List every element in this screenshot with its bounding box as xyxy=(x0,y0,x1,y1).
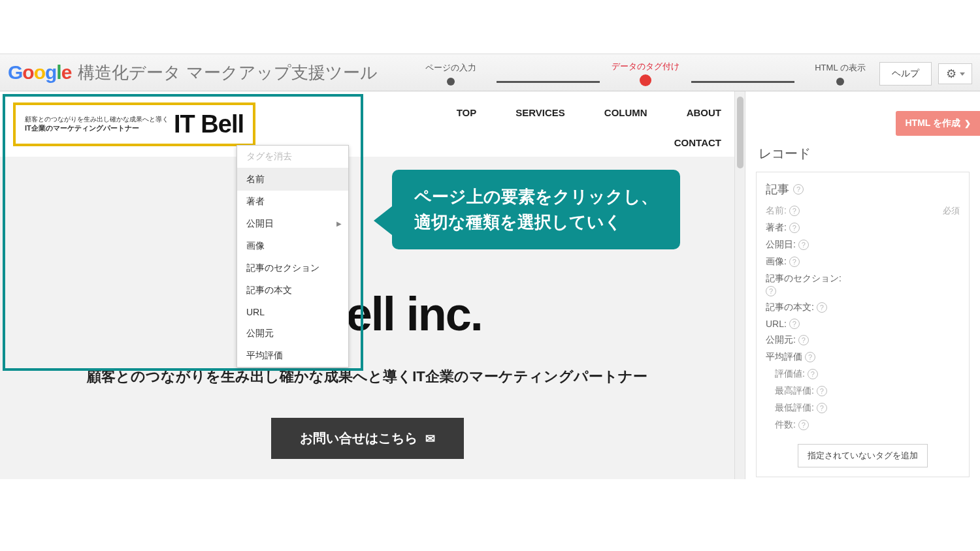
menu-item-rating[interactable]: 平均評価 xyxy=(237,345,348,367)
mail-icon xyxy=(425,431,435,446)
hero: IT B•ell inc. 顧客とのつながりを生み出し確かな成果へと導くIT企業… xyxy=(0,287,734,459)
field-section-help[interactable]: ? xyxy=(766,286,960,296)
field-name[interactable]: 名前:?必須 xyxy=(766,205,960,217)
help-icon[interactable]: ? xyxy=(789,206,800,216)
field-rating[interactable]: 平均評価 ? xyxy=(766,351,960,363)
help-icon[interactable]: ? xyxy=(798,420,809,430)
menu-item-url[interactable]: URL xyxy=(237,302,348,323)
page-preview[interactable]: 顧客とのつながりを生み出し確かな成果へと導く IT企業のマーケティングパートナー… xyxy=(0,91,734,479)
tool-title: 構造化データ マークアップ支援ツール xyxy=(78,61,377,84)
field-publisher[interactable]: 公開元:? xyxy=(766,334,960,346)
step-input[interactable]: ページの入力 xyxy=(405,62,497,86)
nav-column[interactable]: COLUMN xyxy=(604,107,647,118)
nav-contact[interactable]: CONTACT xyxy=(674,137,721,148)
help-icon[interactable]: ? xyxy=(789,257,800,267)
site-header: 顧客とのつながりを生み出し確かな成果へと導く IT企業のマーケティングパートナー… xyxy=(0,91,734,157)
step-dot-icon xyxy=(836,78,844,86)
field-rating-count[interactable]: 件数:? xyxy=(766,419,960,431)
help-icon[interactable]: ? xyxy=(798,240,809,250)
help-icon[interactable]: ? xyxy=(817,403,827,413)
nav-about[interactable]: ABOUT xyxy=(687,107,721,118)
site-nav: TOP SERVICES COLUMN ABOUT xyxy=(457,107,721,118)
help-icon[interactable]: ? xyxy=(766,286,776,296)
chevron-right-icon: ▶ xyxy=(336,220,342,227)
chevron-right-icon: ❯ xyxy=(964,119,971,128)
field-author[interactable]: 著者:? xyxy=(766,222,960,234)
logo-text: IT Bell xyxy=(174,110,244,138)
help-button[interactable]: ヘルプ xyxy=(879,62,932,86)
help-icon[interactable]: ? xyxy=(793,184,804,195)
menu-item-image[interactable]: 画像 xyxy=(237,235,348,257)
menu-item-body[interactable]: 記事の本文 xyxy=(237,279,348,302)
settings-button[interactable] xyxy=(938,63,972,84)
help-icon[interactable]: ? xyxy=(805,352,815,362)
hero-subtitle: 顧客とのつながりを生み出し確かな成果へと導くIT企業のマーケティングパートナー xyxy=(0,367,734,386)
logo-tagline: 顧客とのつながりを生み出し確かな成果へと導く IT企業のマーケティングパートナー xyxy=(25,115,169,133)
field-rating-worst[interactable]: 最低評価:? xyxy=(766,402,960,414)
instruction-callout: ページ上の要素をクリックし、 適切な種類を選択していく xyxy=(392,170,680,249)
contact-cta-button[interactable]: お問い合せはこちら xyxy=(271,418,464,459)
nav-services[interactable]: SERVICES xyxy=(515,107,565,118)
field-rating-value[interactable]: 評価値:? xyxy=(766,368,960,380)
field-pubdate[interactable]: 公開日:? xyxy=(766,239,960,251)
record-head: 記事 ? xyxy=(766,181,960,197)
step-html[interactable]: HTML の表示 xyxy=(794,62,886,86)
google-logo: Google xyxy=(8,61,71,84)
gear-icon xyxy=(945,68,957,80)
menu-item-name[interactable]: 名前 xyxy=(237,168,348,191)
menu-item-author[interactable]: 著者 xyxy=(237,191,348,213)
menu-clear-tag: タグを消去 xyxy=(237,146,348,168)
app-topbar: Google 構造化データ マークアップ支援ツール ページの入力 データのタグ付… xyxy=(0,54,980,91)
help-icon[interactable]: ? xyxy=(798,335,809,345)
record-panel: 記事 ? 名前:?必須 著者:? 公開日:? 画像:? 記事のセクション: ? … xyxy=(756,172,970,477)
help-icon[interactable]: ? xyxy=(817,386,827,396)
field-rating-best[interactable]: 最高評価:? xyxy=(766,385,960,397)
main-area: 顧客とのつながりを生み出し確かな成果へと導く IT企業のマーケティングパートナー… xyxy=(0,91,980,479)
caret-down-icon xyxy=(960,72,965,76)
step-dot-icon xyxy=(447,78,455,86)
step-tagging[interactable]: データのタグ付け xyxy=(600,61,691,86)
help-icon[interactable]: ? xyxy=(789,223,800,233)
wizard-steps: ページの入力 データのタグ付け HTML の表示 xyxy=(405,61,886,86)
site-logo[interactable]: 顧客とのつながりを生み出し確かな成果へと導く IT企業のマーケティングパートナー… xyxy=(13,102,255,146)
create-html-button[interactable]: HTML を作成 ❯ xyxy=(896,111,980,136)
menu-item-section[interactable]: 記事のセクション xyxy=(237,257,348,279)
preview-scrollbar[interactable] xyxy=(734,91,745,479)
step-dot-icon xyxy=(640,74,651,86)
step-line xyxy=(497,81,600,83)
help-icon[interactable]: ? xyxy=(808,369,818,379)
help-icon[interactable]: ? xyxy=(817,302,827,313)
add-missing-tag-button[interactable]: 指定されていないタグを追加 xyxy=(798,444,928,467)
sidebar: HTML を作成 ❯ レコード 記事 ? 名前:?必須 著者:? 公開日:? 画… xyxy=(745,91,980,479)
field-section[interactable]: 記事のセクション: xyxy=(766,273,960,285)
scroll-thumb[interactable] xyxy=(737,97,743,168)
nav-top[interactable]: TOP xyxy=(457,107,477,118)
field-image[interactable]: 画像:? xyxy=(766,256,960,268)
field-url[interactable]: URL:? xyxy=(766,319,960,329)
help-icon[interactable]: ? xyxy=(789,319,800,329)
step-line xyxy=(691,81,794,83)
tag-context-menu: タグを消去 名前 著者 公開日▶ 画像 記事のセクション 記事の本文 URL 公… xyxy=(237,145,349,368)
menu-item-pubdate[interactable]: 公開日▶ xyxy=(237,213,348,235)
menu-item-publisher[interactable]: 公開元 xyxy=(237,323,348,345)
field-body[interactable]: 記事の本文:? xyxy=(766,302,960,313)
